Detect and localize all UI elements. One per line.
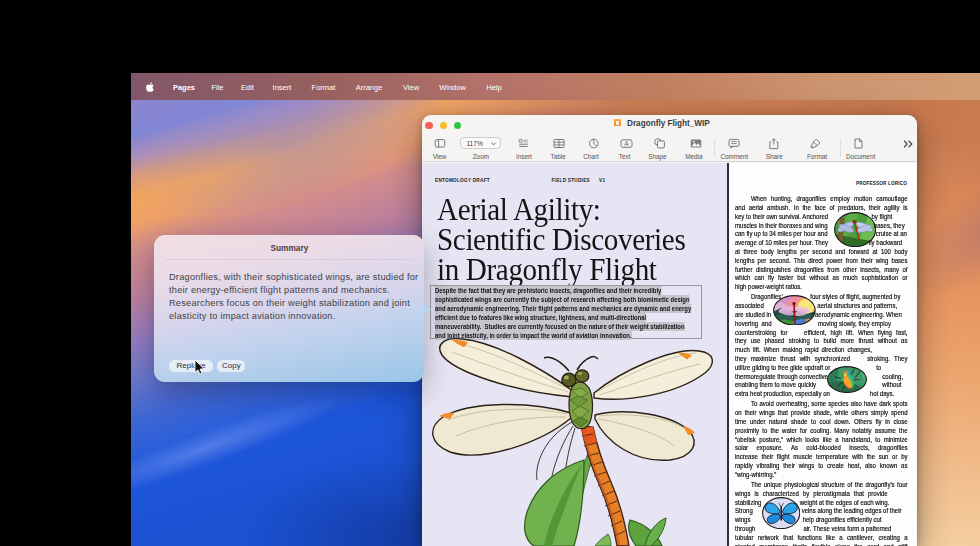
svg-text:A: A	[624, 140, 629, 147]
